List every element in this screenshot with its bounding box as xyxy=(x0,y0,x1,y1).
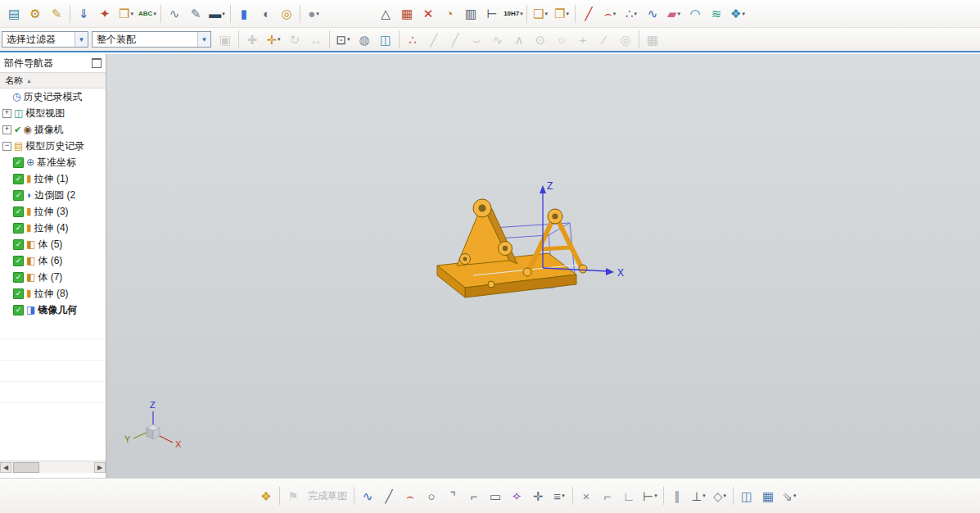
snap-midpoint-icon[interactable]: ╱ xyxy=(445,30,465,49)
expand-toggle-icon[interactable]: − xyxy=(2,142,11,151)
feature-checkbox[interactable]: ✓ xyxy=(13,256,24,266)
snap-toggle-icon[interactable]: ▣ xyxy=(215,30,235,49)
navigator-horizontal-scrollbar[interactable]: ◀ ▶ xyxy=(0,461,106,473)
edit-feature-icon[interactable]: ✕ xyxy=(418,4,438,24)
feature-checkbox[interactable]: ✓ xyxy=(13,239,24,250)
snap-circle-icon[interactable]: ○ xyxy=(552,30,571,49)
point-plus-icon[interactable]: ✛▾ xyxy=(264,30,283,49)
sketch-doc-icon[interactable]: ✎ xyxy=(47,4,66,24)
parallel-constraint-icon[interactable]: ∥ xyxy=(667,486,687,506)
graphics-viewport[interactable]: Z X Z Y X xyxy=(106,54,980,478)
tree-item-datum-csys[interactable]: ✓⊕基准坐标 xyxy=(0,154,106,170)
selection-filter-dropdown[interactable]: 选择过滤器 ▼ xyxy=(2,31,88,48)
rectangle-icon[interactable]: ▭ xyxy=(485,486,505,506)
tree-item-extrude-4[interactable]: ✓▮拉伸 (4) xyxy=(0,220,106,236)
pattern-feature-icon[interactable]: ❐▾ xyxy=(552,4,571,24)
gauge-icon[interactable]: ◔ xyxy=(440,4,459,24)
make-corner-icon[interactable]: ∟ xyxy=(619,486,639,506)
spreadsheet-icon[interactable]: ▥ xyxy=(461,4,481,24)
tree-item-body-6[interactable]: ✓◧体 (6) xyxy=(0,252,106,269)
paste-icon[interactable]: ⇓ xyxy=(74,4,93,24)
dropdown-arrow-icon[interactable]: ▾ xyxy=(562,493,565,499)
project-curve-icon[interactable]: ⇘▾ xyxy=(779,486,799,506)
point-set-icon[interactable]: ∴▾ xyxy=(621,4,641,24)
dropdown-arrow-icon[interactable]: ▾ xyxy=(347,36,350,43)
sphere-icon[interactable]: ●▾ xyxy=(304,4,323,24)
dropdown-arrow-icon[interactable]: ▾ xyxy=(702,493,706,499)
dropdown-arrow-icon[interactable]: ▾ xyxy=(678,11,681,17)
finish-sketch-icon[interactable]: ⚑ xyxy=(283,486,303,506)
swept-icon[interactable]: ◠ xyxy=(685,4,705,24)
expand-toggle-icon[interactable]: + xyxy=(2,125,11,134)
wireframe-view-icon[interactable]: ◫ xyxy=(376,30,395,49)
tree-item-model-views[interactable]: +◫模型视图 xyxy=(0,105,106,121)
dropdown-arrow-icon[interactable]: ▾ xyxy=(724,493,727,499)
tree-item-extrude-8[interactable]: ✓▮拉伸 (8) xyxy=(0,285,106,302)
grid-icon[interactable]: ▦ xyxy=(643,30,662,49)
tree-item-body-7[interactable]: ✓◧体 (7) xyxy=(0,269,106,285)
hole-icon[interactable]: ◎ xyxy=(277,4,296,24)
extrude-icon[interactable]: ▮ xyxy=(234,4,254,24)
dropdown-arrow-icon[interactable]: ▾ xyxy=(635,11,638,17)
snap-tangent-icon[interactable]: ⌣ xyxy=(467,30,486,49)
line-icon[interactable]: ╱ xyxy=(579,4,598,24)
selection-scope-dropdown[interactable]: 整个装配 ▼ xyxy=(92,31,211,48)
snap-quadrant-icon[interactable]: ◎ xyxy=(616,30,635,49)
constraints-icon[interactable]: ⊥▾ xyxy=(689,486,708,506)
sketch-task-icon[interactable]: ❖ xyxy=(256,486,276,506)
feature-checkbox[interactable]: ✓ xyxy=(13,272,24,283)
dropdown-arrow-icon[interactable]: ▾ xyxy=(130,11,133,17)
draft-icon[interactable]: △ xyxy=(376,4,395,24)
tree-item-history-mode[interactable]: ◷历史记录模式 xyxy=(0,89,106,105)
layers-icon[interactable]: ▤ xyxy=(4,4,24,24)
tree-item-extrude-3[interactable]: ✓▮拉伸 (3) xyxy=(0,203,106,220)
snap-endpoint-icon[interactable]: ╱ xyxy=(424,30,444,49)
scroll-right-icon[interactable]: ▶ xyxy=(94,462,106,473)
expand-toggle-icon[interactable]: + xyxy=(2,109,11,118)
scroll-left-icon[interactable]: ◀ xyxy=(0,462,11,473)
spline-icon[interactable]: ∿ xyxy=(643,4,662,24)
dimension-icon[interactable]: ⊢▾ xyxy=(640,486,660,506)
tree-item-body-5[interactable]: ✓◧体 (5) xyxy=(0,236,106,252)
feature-checkbox[interactable]: ✓ xyxy=(13,305,24,316)
tree-item-cameras[interactable]: +✔◉摄像机 xyxy=(0,121,106,138)
dropdown-arrow-icon[interactable]: ▾ xyxy=(520,11,523,17)
scrollbar-thumb[interactable] xyxy=(13,462,39,473)
tools-icon[interactable]: ✦ xyxy=(95,4,115,24)
snap-line-icon[interactable]: ∕ xyxy=(594,30,614,49)
show-constraints-icon[interactable]: ◇▾ xyxy=(710,486,729,506)
arc-icon[interactable]: ⌢ xyxy=(400,486,420,506)
dropdown-arrow-icon[interactable]: ▾ xyxy=(654,493,657,499)
studio-spline-icon[interactable]: ✧ xyxy=(507,486,526,506)
circle-icon[interactable]: ○ xyxy=(422,486,441,506)
dropdown-arrow-icon[interactable]: ▾ xyxy=(316,11,319,17)
feature-checkbox[interactable]: ✓ xyxy=(13,174,24,184)
text-abc-icon[interactable]: ABC▾ xyxy=(138,4,157,24)
through-curves-icon[interactable]: ≋ xyxy=(707,4,726,24)
feature-checkbox[interactable]: ✓ xyxy=(13,288,24,299)
pattern-curve-icon[interactable]: ▦ xyxy=(758,486,778,506)
revolve-icon[interactable]: ◖ xyxy=(255,4,275,24)
dropdown-arrow-icon[interactable]: ▾ xyxy=(278,36,281,43)
snap-vertex-icon[interactable]: ∧ xyxy=(509,30,529,49)
feature-checkbox[interactable]: ✓ xyxy=(13,157,24,168)
feature-checkbox[interactable]: ✓ xyxy=(13,223,24,234)
arc-icon[interactable]: ⌢▾ xyxy=(600,4,620,24)
snap-spline-icon[interactable]: ∿ xyxy=(488,30,508,49)
feature-checkbox[interactable]: ✓ xyxy=(13,207,24,217)
snap-pattern-icon[interactable]: ∴ xyxy=(403,30,422,49)
tree-item-mirror-geometry[interactable]: ✓◨镜像几何 xyxy=(0,302,106,318)
surface-icon[interactable]: ▰▾ xyxy=(664,4,684,24)
dropdown-arrow-icon[interactable]: ▾ xyxy=(153,11,156,17)
offset-curve-icon[interactable]: ≡▾ xyxy=(549,486,569,506)
quick-trim-icon[interactable]: × xyxy=(576,486,596,506)
dropdown-arrow-icon[interactable]: ▾ xyxy=(566,11,569,17)
line-icon[interactable]: ╱ xyxy=(379,486,399,506)
chevron-down-icon[interactable]: ▼ xyxy=(75,32,88,47)
sort-ascending-icon[interactable]: ▲ xyxy=(26,78,32,84)
table-icon[interactable]: ▦ xyxy=(397,4,417,24)
snap-center-icon[interactable]: ⊙ xyxy=(531,30,550,49)
mirror-curve-icon[interactable]: ◫ xyxy=(737,486,756,506)
chamfer-icon[interactable]: ⌐ xyxy=(464,486,484,506)
rotate-handle-icon[interactable]: ↻ xyxy=(285,30,305,49)
